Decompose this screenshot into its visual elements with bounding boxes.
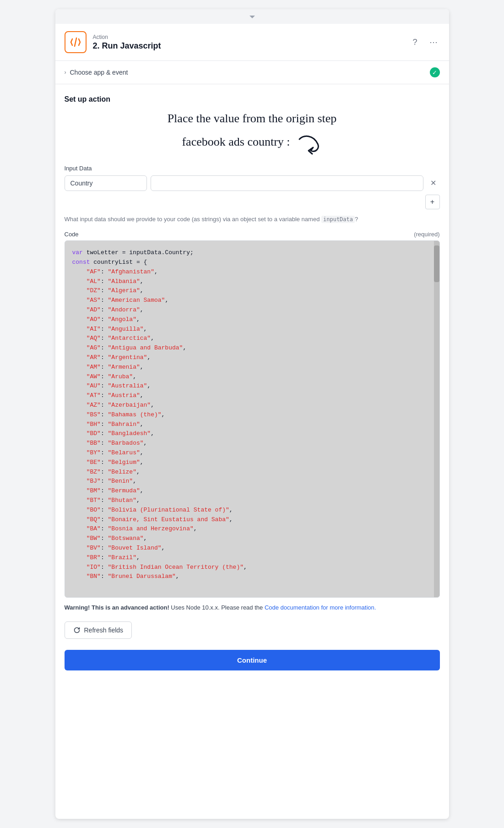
helper-text: What input data should we provide to you…: [65, 215, 440, 224]
checkmark-icon: ✓: [432, 69, 437, 76]
annotation-line2: facebook ads country :: [182, 134, 290, 150]
refresh-icon: [73, 626, 81, 634]
header-text: Action 2. Run Javascript: [93, 34, 409, 51]
continue-button[interactable]: Continue: [65, 650, 440, 670]
refresh-fields-button[interactable]: Refresh fields: [65, 621, 132, 639]
header-actions: ? ⋯: [409, 36, 440, 49]
refresh-label: Refresh fields: [84, 626, 124, 634]
choose-app-label: Choose app & event: [70, 69, 128, 76]
check-circle: ✓: [430, 67, 440, 77]
warning-text: Warning! This is an advanced action! Use…: [65, 603, 440, 612]
action-title: 2. Run Javascript: [93, 41, 409, 51]
continue-label: Continue: [237, 656, 267, 664]
top-arrow: [55, 9, 449, 24]
chevron-icon: ›: [65, 69, 66, 76]
more-button[interactable]: ⋯: [427, 36, 440, 49]
choose-app-toggle[interactable]: › Choose app & event: [65, 69, 430, 76]
action-label: Action: [93, 34, 409, 40]
scrollbar-track[interactable]: [434, 241, 439, 597]
input-data-label: Input Data: [65, 165, 440, 172]
section-title: Set up action: [65, 95, 440, 104]
annotation-line1: Place the value from the origin step: [168, 111, 337, 126]
help-button[interactable]: ?: [409, 36, 422, 49]
action-icon: [65, 31, 87, 53]
warning-strong: Warning! This is an advanced action!: [65, 604, 169, 611]
annotation-arrow-icon: [295, 130, 322, 158]
input-data-row: ✕: [65, 175, 440, 191]
choose-app-section: › Choose app & event ✓: [55, 61, 449, 84]
remove-input-button[interactable]: ✕: [427, 177, 440, 190]
warning-link[interactable]: Code documentation for more information.: [265, 604, 376, 611]
scrollbar-thumb[interactable]: [434, 245, 439, 282]
add-button-wrapper: +: [65, 195, 440, 209]
annotation-area: Place the value from the origin step fac…: [65, 111, 440, 158]
plus-icon: +: [430, 198, 434, 206]
code-required: (required): [414, 231, 439, 238]
action-header: Action 2. Run Javascript ? ⋯: [55, 24, 449, 61]
code-label: Code: [65, 231, 79, 238]
code-editor[interactable]: var twoLetter = inputData.Country; const…: [65, 241, 434, 597]
main-content: Set up action Place the value from the o…: [55, 84, 449, 681]
code-header: Code (required): [65, 231, 440, 238]
code-container: var twoLetter = inputData.Country; const…: [65, 240, 440, 598]
country-value-input[interactable]: [151, 175, 423, 191]
warning-body: Uses Node 10.x.x. Please read the: [171, 604, 265, 611]
inputdata-var: inputData: [321, 216, 355, 223]
country-name-input[interactable]: [65, 175, 147, 191]
close-icon: ✕: [430, 179, 436, 187]
add-input-button[interactable]: +: [425, 195, 440, 209]
